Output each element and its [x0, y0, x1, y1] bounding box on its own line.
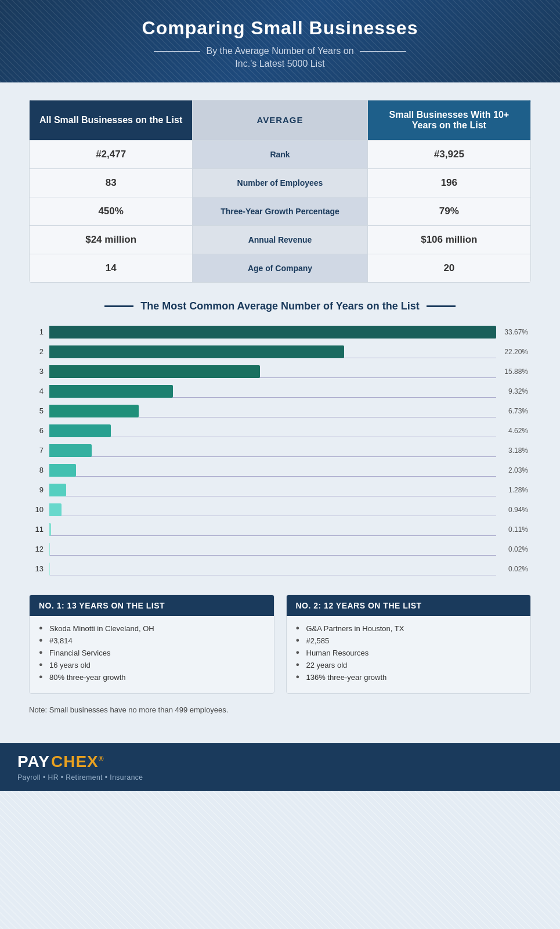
list-item: #3,814 [39, 636, 265, 645]
card-2-header: NO. 2: 12 YEARS ON THE LIST [287, 595, 531, 616]
table-header-row: All Small Businesses on the List AVERAGE… [30, 100, 531, 140]
list-item: Financial Services [39, 649, 265, 657]
bar-pct: 1.28% [499, 486, 528, 494]
bar-label: 11 [29, 525, 44, 534]
bar-track [49, 326, 496, 339]
list-item: #2,585 [296, 636, 522, 645]
bar-track [49, 464, 496, 477]
list-item: Skoda Minotti in Cleveland, OH [39, 624, 265, 633]
bar-pct: 33.67% [499, 328, 528, 336]
bar-track-wrapper: 33.67% [49, 326, 496, 339]
card-2: NO. 2: 12 YEARS ON THE LIST G&A Partners… [286, 595, 532, 694]
table-row: $24 million Annual Revenue $106 million [30, 225, 531, 254]
bar-track-wrapper: 3.18% [49, 444, 496, 457]
bar-track-wrapper: 6.73% [49, 405, 496, 417]
bar-label: 10 [29, 505, 44, 514]
bar-fill [49, 523, 51, 536]
bar-pct: 0.02% [499, 545, 528, 553]
bar-label: 4 [29, 387, 44, 395]
bar-row: 2 22.20% [29, 344, 531, 360]
bar-chart: 1 33.67% 2 22.20% 3 [29, 324, 531, 577]
bar-track [49, 484, 496, 496]
cell-center: Number of Employees [193, 168, 367, 197]
cell-left: 14 [30, 254, 193, 282]
bar-fill [49, 464, 76, 477]
bar-track [49, 405, 496, 417]
card-2-body: G&A Partners in Houston, TX#2,585Human R… [287, 616, 531, 693]
cell-right: 20 [367, 254, 530, 282]
cell-right: #3,925 [367, 140, 530, 168]
bar-track [49, 444, 496, 457]
comparison-table: All Small Businesses on the List AVERAGE… [29, 100, 531, 283]
bar-track-wrapper: 9.32% [49, 385, 496, 398]
bar-track-wrapper: 1.28% [49, 484, 496, 496]
bar-track-wrapper: 0.02% [49, 563, 496, 575]
bar-track [49, 543, 496, 556]
note: Note: Small businesses have no more than… [29, 705, 531, 714]
logo-chex: CHEX® [51, 752, 104, 771]
card-1-body: Skoda Minotti in Cleveland, OH#3,814Fina… [30, 616, 274, 693]
bar-row: 6 4.62% [29, 423, 531, 439]
footer: PAYCHEX® Payroll • HR • Retirement • Ins… [0, 743, 560, 791]
bar-row: 1 33.67% [29, 324, 531, 340]
bar-track [49, 523, 496, 536]
bar-track-wrapper: 2.03% [49, 464, 496, 477]
bar-track-wrapper: 0.94% [49, 503, 496, 516]
bar-pct: 6.73% [499, 407, 528, 415]
cell-right: 79% [367, 197, 530, 225]
bar-label: 7 [29, 446, 44, 455]
list-item: 16 years old [39, 661, 265, 669]
bar-track [49, 503, 496, 516]
bar-pct: 0.02% [499, 565, 528, 573]
bottom-cards: NO. 1: 13 YEARS ON THE LIST Skoda Minott… [29, 595, 531, 694]
page-header: Comparing Small Businesses By the Averag… [0, 0, 560, 82]
bar-pct: 4.62% [499, 427, 528, 435]
chart-title: The Most Common Average Number of Years … [29, 300, 531, 312]
bar-track [49, 365, 496, 378]
bar-label: 13 [29, 564, 44, 573]
chart-section: The Most Common Average Number of Years … [29, 300, 531, 577]
bar-fill [49, 424, 111, 437]
list-item: 136% three-year growth [296, 673, 522, 682]
card-1: NO. 1: 13 YEARS ON THE LIST Skoda Minott… [29, 595, 274, 694]
table-row: #2,477 Rank #3,925 [30, 140, 531, 168]
cell-left: 83 [30, 168, 193, 197]
footer-tagline: Payroll • HR • Retirement • Insurance [17, 773, 543, 782]
cell-left: 450% [30, 197, 193, 225]
bar-fill [49, 345, 344, 358]
logo-pay: PAY [17, 752, 50, 771]
bar-label: 6 [29, 426, 44, 435]
bar-track-wrapper: 4.62% [49, 424, 496, 437]
cell-center: Annual Revenue [193, 225, 367, 254]
list-item: 22 years old [296, 661, 522, 669]
cell-center: Age of Company [193, 254, 367, 282]
bar-label: 1 [29, 327, 44, 336]
cell-center: Three-Year Growth Percentage [193, 197, 367, 225]
page-subtitle: By the Average Number of Years on Inc.'s… [23, 45, 537, 71]
bar-row: 9 1.28% [29, 482, 531, 498]
bar-track-wrapper: 15.88% [49, 365, 496, 378]
bar-pct: 22.20% [499, 348, 528, 356]
cell-left: #2,477 [30, 140, 193, 168]
bar-row: 3 15.88% [29, 363, 531, 380]
table-row: 83 Number of Employees 196 [30, 168, 531, 197]
list-item: G&A Partners in Houston, TX [296, 624, 522, 633]
bar-track [49, 563, 496, 575]
cell-right: $106 million [367, 225, 530, 254]
table-row: 14 Age of Company 20 [30, 254, 531, 282]
bar-label: 3 [29, 367, 44, 376]
cell-right: 196 [367, 168, 530, 197]
bar-track [49, 424, 496, 437]
bar-row: 8 2.03% [29, 462, 531, 478]
bar-row: 7 3.18% [29, 442, 531, 459]
bar-row: 11 0.11% [29, 521, 531, 538]
bar-pct: 15.88% [499, 368, 528, 376]
footer-logo: PAYCHEX® [17, 752, 543, 771]
bar-pct: 3.18% [499, 447, 528, 455]
bar-row: 5 6.73% [29, 403, 531, 419]
col-right-header: Small Businesses With 10+ Years on the L… [367, 100, 530, 140]
bar-label: 9 [29, 485, 44, 494]
bar-pct: 2.03% [499, 466, 528, 474]
col-left-header: All Small Businesses on the List [30, 100, 193, 140]
bar-row: 13 0.02% [29, 561, 531, 577]
